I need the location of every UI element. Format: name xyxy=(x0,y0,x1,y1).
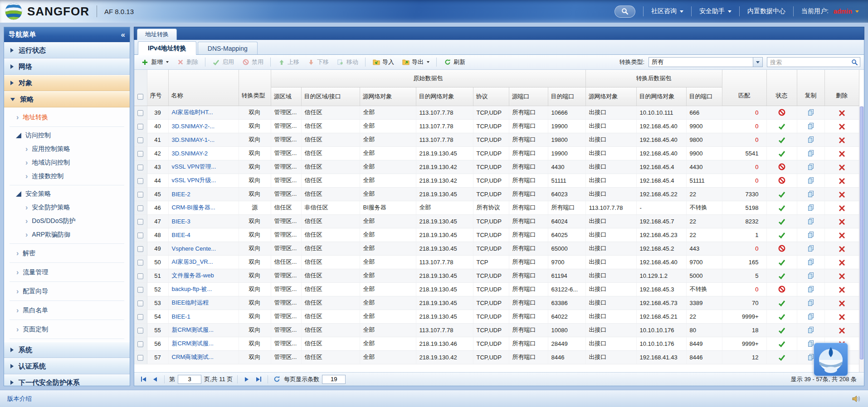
assistant-mascot-widget[interactable] xyxy=(814,343,848,376)
rule-name-link[interactable]: backup-ftp-被... xyxy=(172,286,212,292)
toolbar-disable-button[interactable]: 禁用 xyxy=(239,57,267,68)
copy-rule-button[interactable] xyxy=(807,326,814,333)
row-checkbox[interactable] xyxy=(137,205,143,211)
delete-rule-button[interactable] xyxy=(839,326,845,333)
delete-rule-button[interactable] xyxy=(839,231,845,238)
column-header-src-zone[interactable]: 源区域 xyxy=(271,87,301,106)
sidebar-group-policy[interactable]: 策略 xyxy=(4,91,130,107)
row-checkbox[interactable] xyxy=(137,219,143,225)
scrollbar-thumb[interactable] xyxy=(860,107,863,359)
column-header-src-port[interactable]: 源端口 xyxy=(509,87,548,106)
delete-rule-button[interactable] xyxy=(839,258,845,265)
sidebar-group-auth-system[interactable]: 认证系统 xyxy=(4,358,130,374)
row-checkbox[interactable] xyxy=(137,341,143,347)
delete-rule-button[interactable] xyxy=(839,245,845,252)
row-checkbox[interactable] xyxy=(137,151,143,157)
sidebar-group-objects[interactable]: 对象 xyxy=(4,75,130,91)
delete-rule-button[interactable] xyxy=(839,190,845,197)
first-page-button[interactable] xyxy=(139,375,148,384)
sidebar-item-access-control[interactable]: 访问控制 xyxy=(4,129,130,142)
row-checkbox[interactable] xyxy=(137,355,143,361)
row-checkbox[interactable] xyxy=(137,124,143,130)
copy-rule-button[interactable] xyxy=(807,218,814,224)
delete-rule-button[interactable] xyxy=(839,177,845,184)
refresh-page-icon[interactable] xyxy=(273,376,280,383)
toolbar-add-button[interactable]: 新增 xyxy=(138,57,172,68)
toolbar-refresh-button[interactable]: 刷新 xyxy=(440,57,468,68)
rule-name-link[interactable]: 新CRM测试服... xyxy=(172,340,214,347)
rule-name-link[interactable]: vSSL VPN管理... xyxy=(172,163,216,170)
copy-rule-button[interactable] xyxy=(807,177,814,184)
toolbar-enable-button[interactable]: 启用 xyxy=(209,57,237,68)
copy-rule-button[interactable] xyxy=(807,245,814,252)
rule-name-link[interactable]: CRM-BI服务器... xyxy=(172,204,215,211)
combo-trigger-icon[interactable] xyxy=(753,58,762,67)
tab-dns-mapping[interactable]: DNS-Mapping xyxy=(198,42,258,54)
menu-security-assistant[interactable]: 安全助手 xyxy=(699,7,731,15)
column-header-protocol[interactable]: 协议 xyxy=(473,87,509,106)
search-input[interactable] xyxy=(767,58,862,67)
version-intro-link[interactable]: 版本介绍 xyxy=(7,395,32,403)
sidebar-item-config-wizard[interactable]: ›配置向导 xyxy=(4,284,130,299)
sidebar-item-security-policy[interactable]: 安全策略 xyxy=(4,187,130,201)
select-all-checkbox[interactable] xyxy=(137,94,143,100)
sidebar-item-arp-spoofing-defense[interactable]: ›ARP欺骗防御 xyxy=(4,228,130,242)
column-header-match[interactable]: 匹配 xyxy=(722,70,766,106)
next-page-button[interactable] xyxy=(242,375,251,384)
column-header-type[interactable]: 转换类型 xyxy=(239,70,271,106)
row-checkbox[interactable] xyxy=(137,165,143,170)
row-checkbox[interactable] xyxy=(137,260,143,266)
column-header-src-netobj[interactable]: 源网络对象 xyxy=(360,87,416,106)
delete-rule-button[interactable] xyxy=(839,286,845,292)
column-header-dst-netobj[interactable]: 目的网络对象 xyxy=(416,87,473,106)
toolbar-move-up-button[interactable]: 上移 xyxy=(274,57,302,68)
sidebar-item-security-protection-policy[interactable]: ›安全防护策略 xyxy=(4,201,130,214)
row-checkbox[interactable] xyxy=(137,287,143,293)
copy-rule-button[interactable] xyxy=(807,136,814,143)
sidebar-item-connection-limit[interactable]: ›连接数控制 xyxy=(4,170,130,183)
translation-type-select[interactable]: 所有 xyxy=(649,57,763,67)
menu-community-consult[interactable]: 社区咨询 xyxy=(651,7,683,15)
row-checkbox[interactable] xyxy=(137,178,143,184)
delete-rule-button[interactable] xyxy=(839,313,845,320)
per-page-input[interactable] xyxy=(322,375,346,384)
row-checkbox[interactable] xyxy=(137,192,143,198)
rule-name-link[interactable]: 3D.SNIMAY-1-... xyxy=(172,136,215,143)
column-header-delete[interactable]: 删除 xyxy=(824,70,859,106)
delete-rule-button[interactable] xyxy=(839,109,845,116)
delete-rule-button[interactable] xyxy=(839,218,845,224)
rule-name-link[interactable]: 3D.SNIMAY-2 xyxy=(172,150,208,157)
copy-rule-button[interactable] xyxy=(807,272,814,279)
tab-ipv4-nat[interactable]: IPv4地址转换 xyxy=(138,41,196,55)
copy-rule-button[interactable] xyxy=(807,231,814,238)
delete-rule-button[interactable] xyxy=(839,299,845,306)
column-header-name[interactable]: 名称 xyxy=(168,70,239,106)
global-search-button[interactable] xyxy=(614,5,635,18)
sidebar-item-page-customization[interactable]: ›页面定制 xyxy=(4,322,130,337)
toolbar-delete-button[interactable]: 删除 xyxy=(173,57,201,68)
delete-rule-button[interactable] xyxy=(839,136,845,143)
search-icon[interactable] xyxy=(851,59,858,67)
sidebar-group-running-status[interactable]: 运行状态 xyxy=(4,42,130,58)
current-user-menu[interactable]: 当前用户: admin xyxy=(801,7,859,15)
row-checkbox[interactable] xyxy=(137,273,143,279)
prev-page-button[interactable] xyxy=(151,375,160,384)
delete-rule-button[interactable] xyxy=(839,272,845,279)
vertical-scrollbar[interactable] xyxy=(859,106,864,372)
rule-name-link[interactable]: 文件服务器-web xyxy=(172,272,214,279)
rule-name-link[interactable]: 3D.SNIMAY-2-... xyxy=(172,123,215,130)
rule-name-link[interactable]: AI家居临时HT... xyxy=(172,109,213,116)
copy-rule-button[interactable] xyxy=(807,190,814,197)
sidebar-group-network[interactable]: 网络 xyxy=(4,58,130,75)
copy-rule-button[interactable] xyxy=(807,286,814,292)
rule-name-link[interactable]: BIEE-2 xyxy=(172,191,190,198)
toolbar-move-button[interactable]: 移动 xyxy=(333,57,361,68)
column-header-copy[interactable]: 复制 xyxy=(797,70,824,106)
column-header-status[interactable]: 状态 xyxy=(766,70,797,106)
sidebar-collapse-button[interactable]: « xyxy=(121,31,125,39)
rule-name-link[interactable]: BIEE临时远程 xyxy=(172,299,209,306)
sidebar-group-system[interactable]: 系统 xyxy=(4,342,130,358)
rule-name-link[interactable]: BIEE-3 xyxy=(172,218,190,225)
sidebar-item-traffic-management[interactable]: ›流量管理 xyxy=(4,265,130,280)
copy-rule-button[interactable] xyxy=(807,163,814,170)
